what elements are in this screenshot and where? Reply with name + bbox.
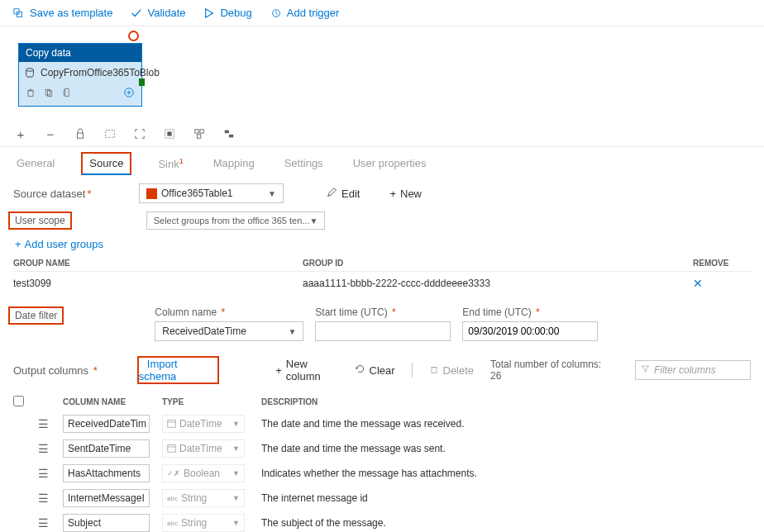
total-columns-label: Total number of columns: 26 xyxy=(490,359,602,382)
zoom-percent-button[interactable] xyxy=(103,126,117,141)
clear-button[interactable]: Clear xyxy=(355,363,395,377)
delete-icon[interactable] xyxy=(26,88,36,100)
database-icon xyxy=(24,67,36,78)
tab-user-properties[interactable]: User properties xyxy=(350,152,430,175)
fullscreen-button[interactable] xyxy=(162,126,177,141)
type-icon xyxy=(167,444,176,454)
svg-point-3 xyxy=(26,69,34,72)
plus-icon: + xyxy=(275,364,282,377)
group-row: test3099 aaaa1111-bbbb-2222-cccc-ddddeee… xyxy=(13,272,751,295)
svg-rect-9 xyxy=(106,131,115,138)
tab-general[interactable]: General xyxy=(13,152,58,175)
date-filter-label: Date filter xyxy=(8,306,64,325)
expand-icon[interactable] xyxy=(123,87,135,101)
column-name-input[interactable]: HasAttachments xyxy=(63,464,150,482)
svg-rect-15 xyxy=(225,131,229,134)
filter-columns-input[interactable]: Filter columns xyxy=(635,360,751,380)
column-type-dropdown[interactable]: DateTime▼ xyxy=(162,415,245,433)
validate-button[interactable]: Validate xyxy=(131,7,185,19)
select-all-checkbox[interactable] xyxy=(13,396,24,406)
column-type-dropdown[interactable]: DateTime▼ xyxy=(162,439,245,458)
caret-down-icon: ▼ xyxy=(232,420,240,428)
column-type-dropdown[interactable]: abcString▼ xyxy=(162,489,245,507)
validate-label: Validate xyxy=(147,7,185,19)
source-dataset-dropdown[interactable]: Office365Table1 ▼ xyxy=(139,183,284,203)
tab-sink[interactable]: Sink1 xyxy=(155,152,186,175)
pencil-icon xyxy=(327,187,337,200)
success-connector[interactable] xyxy=(139,78,145,86)
save-as-template-button[interactable]: Save as template xyxy=(13,7,112,19)
column-type-dropdown[interactable]: ✓✗Boolean▼ xyxy=(162,464,245,482)
import-schema-button[interactable]: Import schema xyxy=(139,355,185,385)
copy-data-activity[interactable]: Copy data CopyFromOffice365ToBlob xyxy=(18,43,142,107)
column-row: ☰ Subject abcString▼ The subject of the … xyxy=(13,511,751,532)
fit-screen-button[interactable] xyxy=(132,126,147,141)
column-name-input[interactable]: SentDateTime xyxy=(63,439,150,458)
column-name-dropdown[interactable]: ReceivedDateTime ▼ xyxy=(155,321,303,341)
column-type-dropdown[interactable]: abcString▼ xyxy=(162,514,245,532)
column-name-input[interactable]: Subject xyxy=(63,514,150,532)
drag-handle-icon[interactable]: ☰ xyxy=(38,417,49,430)
column-row: ☰ ReceivedDateTim DateTime▼ The date and… xyxy=(13,411,751,436)
divider xyxy=(412,363,413,378)
trigger-icon xyxy=(270,7,282,19)
svg-rect-18 xyxy=(168,420,175,427)
header-group-name: GROUP NAME xyxy=(13,259,303,268)
zoom-in-button[interactable]: + xyxy=(13,126,28,141)
align-button[interactable] xyxy=(222,126,236,141)
lock-button[interactable] xyxy=(73,126,88,141)
remove-group-button[interactable]: ✕ xyxy=(693,277,703,290)
user-scope-dropdown[interactable]: Select groups from the office 365 ten...… xyxy=(146,211,326,230)
add-user-groups-button[interactable]: + Add user groups xyxy=(15,238,751,250)
svg-rect-19 xyxy=(168,444,175,452)
type-icon xyxy=(167,419,176,430)
debug-button[interactable]: Debug xyxy=(203,7,251,19)
copy-icon[interactable] xyxy=(44,88,54,100)
new-dataset-button[interactable]: + New xyxy=(389,188,422,200)
user-scope-label: User scope xyxy=(8,211,72,230)
play-icon xyxy=(203,7,215,19)
svg-rect-17 xyxy=(432,368,437,373)
column-description: Indicates whether the message has attach… xyxy=(261,468,751,479)
layout-button[interactable] xyxy=(192,126,207,141)
drag-handle-icon[interactable]: ☰ xyxy=(38,516,49,530)
clone-icon[interactable] xyxy=(62,88,72,100)
caret-down-icon: ▼ xyxy=(232,519,240,527)
type-icon: abc xyxy=(167,494,178,502)
office365-icon xyxy=(146,188,157,199)
activity-title: Copy data xyxy=(19,44,141,62)
edit-dataset-button[interactable]: Edit xyxy=(327,187,360,200)
caret-down-icon: ▼ xyxy=(268,189,276,198)
new-column-button[interactable]: +New column xyxy=(275,358,337,382)
drag-handle-icon[interactable]: ☰ xyxy=(38,442,49,455)
header-column-name: COLUMN NAME xyxy=(63,397,162,406)
type-icon: ✓✗ xyxy=(167,469,180,477)
caret-down-icon: ▼ xyxy=(232,469,240,477)
start-time-input[interactable] xyxy=(315,321,451,341)
start-time-label: Start time (UTC) * xyxy=(315,306,451,318)
column-name-input[interactable]: InternetMessageI xyxy=(63,489,150,507)
plus-icon: + xyxy=(15,238,21,250)
header-group-id: GROUP ID xyxy=(303,259,693,268)
zoom-out-button[interactable]: − xyxy=(43,126,58,141)
column-name-label: Column name * xyxy=(155,306,303,318)
header-remove: REMOVE xyxy=(693,259,751,268)
svg-rect-16 xyxy=(229,135,233,138)
end-time-input[interactable] xyxy=(462,321,598,341)
column-description: The internet message id xyxy=(261,492,751,504)
tab-source[interactable]: Source xyxy=(81,152,131,175)
trash-icon xyxy=(429,364,439,377)
column-row: ☰ SentDateTime DateTime▼ The date and ti… xyxy=(13,436,751,461)
drag-handle-icon[interactable]: ☰ xyxy=(38,467,49,480)
tab-settings[interactable]: Settings xyxy=(281,152,327,175)
group-id-cell: aaaa1111-bbbb-2222-cccc-ddddeeee3333 xyxy=(303,278,693,289)
column-description: The date and time the message was receiv… xyxy=(261,418,751,430)
svg-rect-14 xyxy=(197,135,200,138)
drag-handle-icon[interactable]: ☰ xyxy=(38,492,49,505)
refresh-icon xyxy=(355,363,365,377)
column-name-input[interactable]: ReceivedDateTim xyxy=(63,415,150,433)
pipeline-canvas[interactable]: Copy data CopyFromOffice365ToBlob xyxy=(0,26,764,121)
add-trigger-label: Add trigger xyxy=(287,7,340,19)
add-trigger-button[interactable]: Add trigger xyxy=(270,7,340,19)
tab-mapping[interactable]: Mapping xyxy=(210,152,258,175)
